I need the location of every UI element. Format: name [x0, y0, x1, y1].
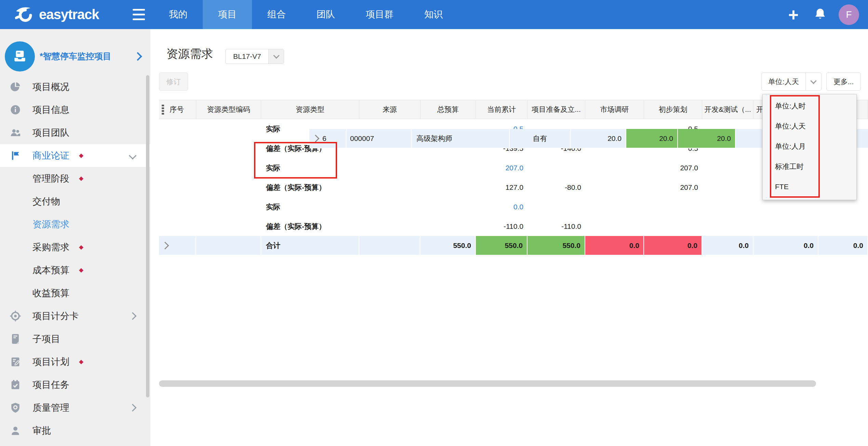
table-cell [420, 178, 476, 197]
sidebar-item[interactable]: 交付物 [0, 190, 150, 213]
expand-caret-icon[interactable] [312, 134, 320, 142]
milestone-diamond-badge: ◆ [79, 358, 83, 365]
column-header-label: 初步策划 [659, 105, 687, 114]
table-body: 1000001高级咨询顾问自有140.0140.0140.0实际0.50.5偏差… [159, 119, 868, 255]
logo-text: easytrack [39, 7, 99, 22]
more-button[interactable]: 更多... [826, 73, 861, 91]
column-header: 项目准备及立... [528, 100, 585, 119]
expand-caret-icon[interactable] [161, 241, 169, 249]
approve-icon [10, 425, 21, 436]
cell-value[interactable]: 0.0 [513, 203, 523, 211]
sidebar-item-label: 项目团队 [32, 127, 69, 139]
table-cell [359, 236, 420, 255]
column-header-label: 项目准备及立... [532, 105, 581, 114]
table-cell [644, 197, 702, 217]
sidebar-item[interactable]: 项目计分卡 [0, 304, 150, 327]
project-avatar-icon [5, 41, 35, 71]
project-switcher[interactable]: *智慧停车监控项目 [0, 37, 150, 76]
logo[interactable]: easytrack [14, 5, 99, 25]
cell-value: -80.0 [565, 183, 581, 192]
nav-tab[interactable]: 组合 [252, 0, 301, 29]
sidebar-item[interactable]: 成本预算◆ [0, 259, 150, 281]
table-cell: 550.0 [476, 236, 528, 255]
sidebar-item[interactable]: 项目概况 [0, 75, 150, 98]
notifications-bell-icon[interactable] [810, 7, 830, 23]
sidebar-item[interactable]: 审批 [0, 419, 150, 442]
table-cell: 207.0 [476, 158, 528, 178]
table-header: 序号资源类型编码资源类型来源总预算当前累计项目准备及立...市场调研初步策划开发… [159, 100, 868, 119]
topbar: easytrack 我的项目组合团队项目群知识 + F [0, 0, 868, 29]
nav-tab[interactable]: 知识 [409, 0, 458, 29]
cell-value: 20.0 [717, 134, 731, 143]
sidebar-item[interactable]: 质量管理 [0, 396, 150, 419]
table-cell [159, 197, 196, 217]
cell-value: -110.0 [504, 222, 523, 231]
table-cell: 0.0 [818, 236, 868, 255]
table-cell [818, 217, 868, 236]
horizontal-scrollbar[interactable] [159, 380, 816, 387]
unit-menu-option[interactable]: 单位:人月 [763, 136, 856, 156]
sidebar-item[interactable]: 采购需求◆ [0, 236, 150, 259]
cell-value: 0.0 [629, 241, 639, 250]
nav-tab[interactable]: 项目群 [350, 0, 409, 29]
drag-grip-icon[interactable] [162, 104, 164, 115]
table-row: 合计550.0550.0550.00.00.00.00.00.0 [159, 236, 868, 255]
baseline-version-select[interactable]: BL17-V7 [225, 49, 284, 64]
sidebar-item-label: 商业论证 [32, 149, 69, 162]
user-avatar[interactable]: F [839, 4, 859, 25]
unit-menu-option[interactable]: 标准工时 [763, 156, 856, 176]
sidebar-item[interactable]: 管理阶段◆ [0, 167, 150, 190]
logo-bird-icon [14, 5, 36, 25]
sidebar-item[interactable]: 项目团队 [0, 121, 150, 144]
table-cell: 207.0 [644, 158, 702, 178]
table-cell: 550.0 [420, 236, 476, 255]
sidebar-item[interactable]: 商业论证◆ [0, 144, 150, 167]
sidebar-item-label: 管理阶段 [32, 172, 69, 185]
table-cell [585, 158, 644, 178]
cell-value[interactable]: 207.0 [505, 164, 523, 172]
sidebar-item[interactable]: 项目计划◆ [0, 350, 150, 373]
project-name: *智慧停车监控项目 [40, 51, 113, 62]
column-header-label: 市场调研 [600, 105, 629, 114]
table-cell [702, 158, 753, 178]
nav-tab[interactable]: 团队 [301, 0, 350, 29]
column-header: 资源类型编码 [196, 100, 261, 119]
milestone-diamond-badge: ◆ [79, 152, 83, 159]
unit-menu-option[interactable]: 单位:人天 [763, 116, 856, 136]
table-cell [420, 217, 476, 236]
table-cell [644, 217, 702, 236]
milestone-diamond-badge: ◆ [79, 266, 83, 274]
sidebar: *智慧停车监控项目 项目概况项目信息项目团队商业论证◆管理阶段◆交付物资源需求采… [0, 29, 150, 446]
milestone-diamond-badge: ◆ [79, 244, 83, 251]
chevron-down-icon [805, 73, 821, 90]
table-cell [528, 158, 585, 178]
table-cell [159, 158, 196, 178]
nav-tab[interactable]: 项目 [203, 0, 252, 29]
table-row: 实际207.0207.0 [159, 158, 868, 178]
table-cell: 550.0 [528, 236, 585, 255]
table-cell: 20.0 [626, 129, 678, 148]
row-number: 6 [322, 134, 326, 143]
sidebar-item[interactable]: 收益预算 [0, 281, 150, 304]
add-icon[interactable]: + [783, 1, 804, 28]
table-cell: 实际 [261, 158, 359, 178]
hamburger-menu-icon[interactable] [133, 9, 145, 20]
table-cell [159, 236, 196, 255]
resource-name: 实际 [266, 202, 280, 212]
unit-menu-option[interactable]: FTE [763, 176, 856, 197]
unit-dropdown-button[interactable]: 单位:人天 [761, 73, 822, 91]
plan-icon [10, 356, 21, 368]
sidebar-item[interactable]: 项目信息 [0, 98, 150, 121]
table-cell [196, 119, 261, 139]
sidebar-item[interactable]: 资源需求 [0, 213, 150, 236]
revise-button[interactable]: 修订 [159, 73, 188, 91]
table-cell [196, 217, 261, 236]
sidebar-item[interactable]: 项目任务 [0, 373, 150, 396]
cell-value: 550.0 [453, 241, 471, 250]
sidebar-scrollbar[interactable] [146, 75, 149, 397]
cell-value: 550.0 [562, 241, 580, 250]
resource-name: 实际 [266, 124, 280, 134]
unit-menu-option[interactable]: 单位:人时 [763, 96, 856, 116]
nav-tab[interactable]: 我的 [153, 0, 203, 29]
sidebar-item[interactable]: 子项目 [0, 327, 150, 350]
